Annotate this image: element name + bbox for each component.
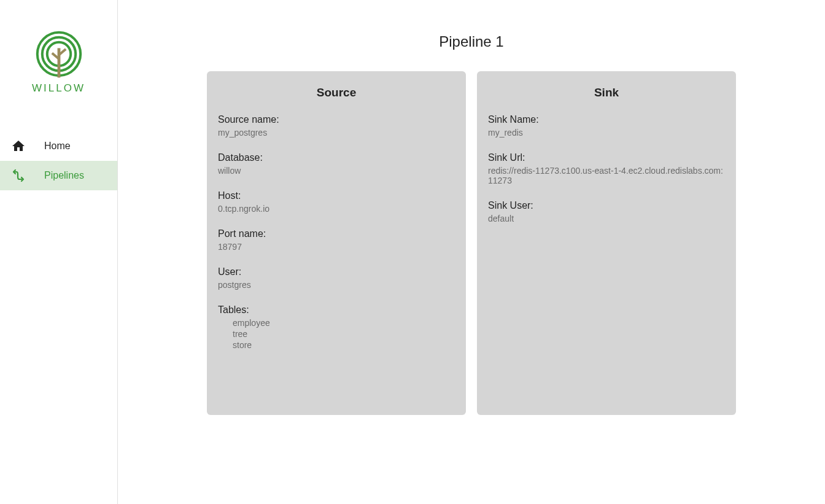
source-card-title: Source [218,86,455,99]
brand-name: WILLOW [32,82,85,95]
nav-label-pipelines: Pipelines [44,170,84,181]
sink-name-field: Sink Name: my_redis [488,114,725,138]
sink-card-title: Sink [488,86,725,99]
brand-logo: WILLOW [0,0,117,131]
sink-url-value: redis://redis-11273.c100.us-east-1-4.ec2… [488,166,725,185]
database-label: Database: [218,152,455,163]
nav: Home Pipelines [0,131,117,190]
source-name-value: my_postgres [218,128,455,138]
sink-user-field: Sink User: default [488,200,725,223]
sink-url-label: Sink Url: [488,152,725,163]
host-label: Host: [218,190,455,201]
user-value: postgres [218,280,455,290]
sink-name-label: Sink Name: [488,114,725,125]
user-label: User: [218,266,455,277]
cards-row: Source Source name: my_postgres Database… [207,71,736,415]
table-item: store [233,340,455,350]
database-field: Database: willow [218,152,455,176]
user-field: User: postgres [218,266,455,290]
database-value: willow [218,166,455,176]
host-value: 0.tcp.ngrok.io [218,204,455,214]
sink-url-field: Sink Url: redis://redis-11273.c100.us-ea… [488,152,725,185]
nav-item-home[interactable]: Home [0,131,117,161]
sink-card: Sink Sink Name: my_redis Sink Url: redis… [477,71,736,415]
source-name-field: Source name: my_postgres [218,114,455,138]
table-item: employee [233,318,455,328]
home-icon [11,139,26,153]
nav-item-pipelines[interactable]: Pipelines [0,161,117,190]
sink-user-label: Sink User: [488,200,725,211]
tables-list: employee tree store [218,318,455,350]
source-name-label: Source name: [218,114,455,125]
sidebar: WILLOW Home Pipelines [0,0,118,504]
port-label: Port name: [218,228,455,239]
port-value: 18797 [218,242,455,252]
sink-user-value: default [488,214,725,223]
willow-logo-icon [34,29,83,79]
port-field: Port name: 18797 [218,228,455,252]
page-title: Pipeline 1 [439,33,503,50]
table-item: tree [233,329,455,339]
main-content: Pipeline 1 Source Source name: my_postgr… [118,0,825,504]
nav-label-home: Home [44,141,71,152]
sink-name-value: my_redis [488,128,725,138]
tables-label: Tables: [218,304,455,316]
host-field: Host: 0.tcp.ngrok.io [218,190,455,214]
source-card: Source Source name: my_postgres Database… [207,71,466,415]
pipelines-icon [11,168,26,183]
tables-field: Tables: employee tree store [218,304,455,350]
